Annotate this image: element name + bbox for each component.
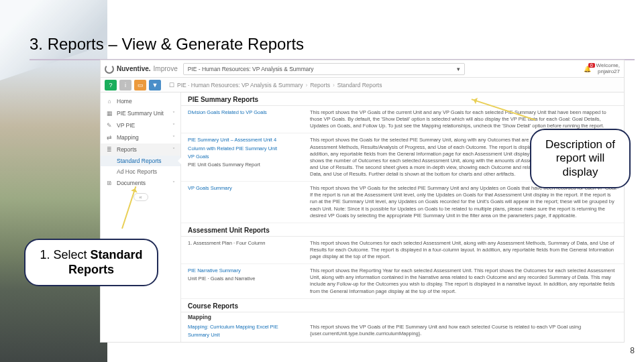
report-name-line: Column with Related PIE Summary Unit [188,145,302,152]
callout-text: Description of report will display [545,138,615,178]
report-name-line: Summary Unit [188,332,302,339]
report-name: PIE Narrative Summary Unit PIE · Goals a… [188,267,302,295]
report-name-line: PIE Summary Unit – Assessment Unit 4 [188,137,276,143]
report-name-line: PIE Unit Goals Summary Report [188,162,302,168]
nav-standard-reports[interactable]: Standard Reports [101,156,180,166]
chevron-right-icon: › [305,82,307,88]
nav-adhoc-reports[interactable]: Ad Hoc Reports [101,166,180,177]
brand-name: Nuventive. [117,65,151,72]
collapse-sidebar-button[interactable]: « [133,193,148,201]
report-description: This report shows the Reporting Year for… [310,267,617,295]
report-name-line: Unit PIE · Goals and Narrative [188,276,302,282]
info-button[interactable]: i [119,80,131,90]
map-icon: ⇄ [106,134,113,141]
report-row[interactable]: PIE Narrative Summary Unit PIE · Goals a… [181,264,624,299]
unit-picker[interactable]: PIE - Human Resources: VP Analysis & Sum… [183,63,465,75]
nav-mapping[interactable]: ⇄Mapping˅ [101,131,180,143]
crumb-1[interactable]: PIE · Human Resources: VP Analysis & Sum… [177,82,303,88]
alert-badge: 0 [588,63,595,68]
section-course: Course Reports [181,299,624,312]
pencil-icon: ✎ [106,122,113,129]
chevron-down-icon: ˅ [172,180,175,186]
report-description: This report shows the Outcomes for each … [310,240,617,260]
report-name-line: Mapping: Curriculum Mapping Excel PIE [188,324,278,330]
crumb-3: Standard Reports [337,82,382,88]
title-prefix: 3. [30,35,48,53]
crumb-2[interactable]: Reports [310,82,330,88]
chevron-down-icon: ▾ [457,66,460,72]
brand: Nuventive. Improve [105,64,178,74]
chevron-down-icon: ˅ [172,147,175,153]
report-description: This report shows the VP Goals of the PI… [310,324,617,339]
grid-icon: ▦ [106,110,113,117]
chevron-right-icon: › [333,82,335,88]
callout-description: Description of report will display [530,129,631,188]
report-icon: ≣ [106,146,113,153]
welcome-block[interactable]: Welcome, pnjairo27 [596,63,620,75]
callout-step-1: 1. Select Standard Reports [24,239,158,286]
unit-picker-label: PIE - Human Resources: VP Analysis & Sum… [188,66,314,72]
nav-vp-pie[interactable]: ✎VP PIE˅ [101,119,180,131]
nav-label: PIE Summary Unit [117,110,164,117]
document-icon: 🗎 [106,180,113,186]
header-right: 🔔 0 Welcome, pnjairo27 [584,63,620,75]
report-name: PIE Summary Unit – Assessment Unit 4 Col… [188,137,302,178]
report-name-line: PIE Narrative Summary [188,267,241,274]
help-button[interactable]: ? [105,80,117,90]
filter-button[interactable]: ▼ [149,80,161,90]
report-row[interactable]: Mapping: Curriculum Mapping Excel PIE Su… [181,320,624,342]
report-name: VP Goals Summary [188,185,302,219]
nav-label: Home [117,98,132,105]
chevron-down-icon: ˅ [172,135,175,141]
slide-title-area: 3. Reports – View & Generate Reports [30,35,635,60]
nav-pie-summary[interactable]: ▦PIE Summary Unit˅ [101,107,180,119]
page-number: 8 [630,346,635,355]
app-screenshot: Nuventive. Improve PIE - Human Resources… [101,60,624,342]
nav-label: Documents [117,180,146,186]
report-name: 1. Assessment Plan · Four Column [188,240,302,260]
chevron-down-icon: ˅ [172,123,175,129]
toolbar: ? i ▭ ▼ ☐ PIE · Human Resources: VP Anal… [101,78,624,93]
nav-label: VP PIE [117,122,135,129]
mapping-label: Mapping [181,312,624,320]
home-icon: ⌂ [106,98,113,105]
callout-prefix: 1. [40,248,53,261]
nav-label: Mapping [117,134,139,141]
breadcrumb: ☐ PIE · Human Resources: VP Analysis & S… [169,82,382,88]
app-header: Nuventive. Improve PIE - Human Resources… [101,60,624,78]
folder-button[interactable]: ▭ [134,80,146,90]
report-name: Mapping: Curriculum Mapping Excel PIE Su… [188,324,302,339]
chevron-down-icon: ˅ [172,111,175,117]
report-name-line: VP Goals [188,154,302,160]
callout-action: Select [53,248,90,261]
bell-icon[interactable]: 🔔 0 [584,66,591,72]
section-pie-summary: PIE Summary Reports [181,93,624,106]
brand-subname: Improve [154,65,178,72]
nav-home[interactable]: ⌂Home [101,95,180,107]
nav-documents[interactable]: 🗎Documents˅ [101,177,180,189]
nav-reports[interactable]: ≣Reports˅ [101,143,180,156]
sidebar: ⌂Home ▦PIE Summary Unit˅ ✎VP PIE˅ ⇄Mappi… [101,93,181,342]
slide-title: 3. Reports – View & Generate Reports [30,35,635,54]
report-name: Division Goals Related to VP Goals [188,109,302,129]
report-description: This report shows the VP Goals for the s… [310,185,617,219]
nav-label: Reports [117,146,137,153]
slide: 3. Reports – View & Generate Reports Nuv… [0,0,644,362]
layout-icon: ☐ [169,82,174,88]
brand-logo-icon [105,64,114,74]
section-assessment-unit: Assessment Unit Reports [181,223,624,237]
report-row[interactable]: 1. Assessment Plan · Four Column This re… [181,237,624,264]
welcome-user: pnjairo27 [596,69,620,75]
report-description: This report shows the VP Goals of the cu… [310,109,617,129]
title-text: Reports – View & Generate Reports [48,35,304,53]
